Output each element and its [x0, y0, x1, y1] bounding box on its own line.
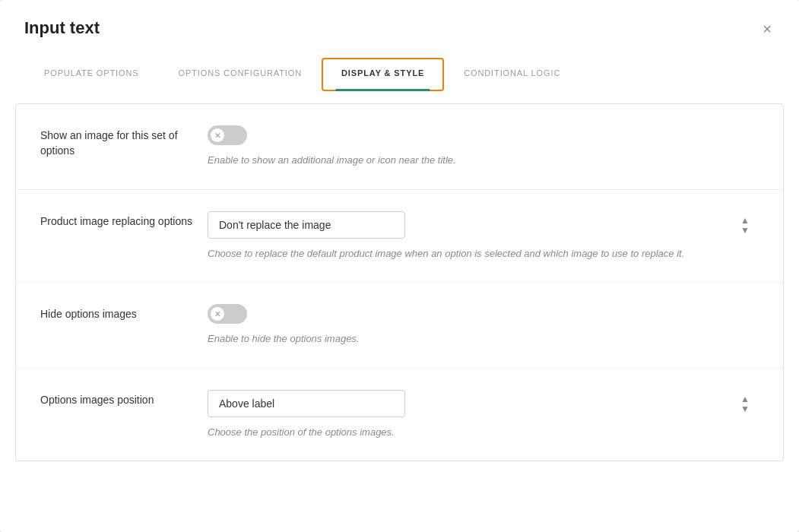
setting-label-images-position: Options images position: [40, 390, 208, 408]
setting-label-show-image: Show an image for this set of options: [40, 125, 208, 158]
toggle-show-image[interactable]: ✕: [208, 125, 247, 145]
select-wrapper-product-image: Don't replace the image Replace with opt…: [208, 211, 759, 239]
setting-row-hide-images: Hide options images ✕ Enable to hide the…: [16, 283, 783, 369]
setting-row-images-position: Options images position Above label Belo…: [16, 369, 783, 461]
setting-label-hide-images: Hide options images: [40, 304, 208, 322]
setting-hint-images-position: Choose the position of the options image…: [208, 425, 694, 440]
setting-row-show-image: Show an image for this set of options ✕ …: [16, 104, 783, 190]
setting-hint-hide-images: Enable to hide the options images.: [208, 331, 694, 347]
tab-conditional-logic[interactable]: CONDITIONAL LOGIC: [444, 58, 580, 91]
modal-header: Input text ×: [0, 0, 799, 40]
tab-populate-options[interactable]: POPULATE OPTIONS: [24, 58, 159, 91]
close-button[interactable]: ×: [759, 18, 775, 40]
setting-hint-show-image: Enable to show an additional image or ic…: [208, 153, 694, 168]
select-arrows-icon: ▲ ▼: [740, 215, 750, 234]
settings-panel: Show an image for this set of options ✕ …: [15, 103, 784, 461]
setting-control-show-image: ✕ Enable to show an additional image or …: [208, 125, 759, 168]
setting-control-hide-images: ✕ Enable to hide the options images.: [208, 304, 759, 347]
setting-hint-product-image: Choose to replace the default product im…: [208, 246, 694, 261]
tab-options-configuration[interactable]: OPTIONS CONFIGURATION: [159, 58, 322, 91]
tab-display-style[interactable]: DISPLAY & STYLE: [322, 58, 444, 91]
setting-label-product-image: Product image replacing options: [40, 211, 208, 230]
toggle-x-icon: ✕: [211, 128, 224, 142]
modal-title: Input text: [24, 18, 100, 38]
select-arrows-icon-2: ▲ ▼: [740, 394, 750, 413]
toggle-x-icon-2: ✕: [211, 307, 224, 321]
toggle-hide-images[interactable]: ✕: [208, 304, 247, 324]
modal-container: Input text × POPULATE OPTIONS OPTIONS CO…: [0, 0, 799, 532]
tab-bar: POPULATE OPTIONS OPTIONS CONFIGURATION D…: [0, 58, 799, 91]
select-images-position[interactable]: Above label Below label Left of label Ri…: [208, 390, 405, 417]
select-wrapper-images-position: Above label Below label Left of label Ri…: [208, 390, 759, 417]
setting-control-images-position: Above label Below label Left of label Ri…: [208, 390, 759, 440]
setting-control-product-image: Don't replace the image Replace with opt…: [208, 211, 759, 261]
select-product-image[interactable]: Don't replace the image Replace with opt…: [208, 211, 405, 239]
setting-row-product-image: Product image replacing options Don't re…: [16, 190, 783, 283]
